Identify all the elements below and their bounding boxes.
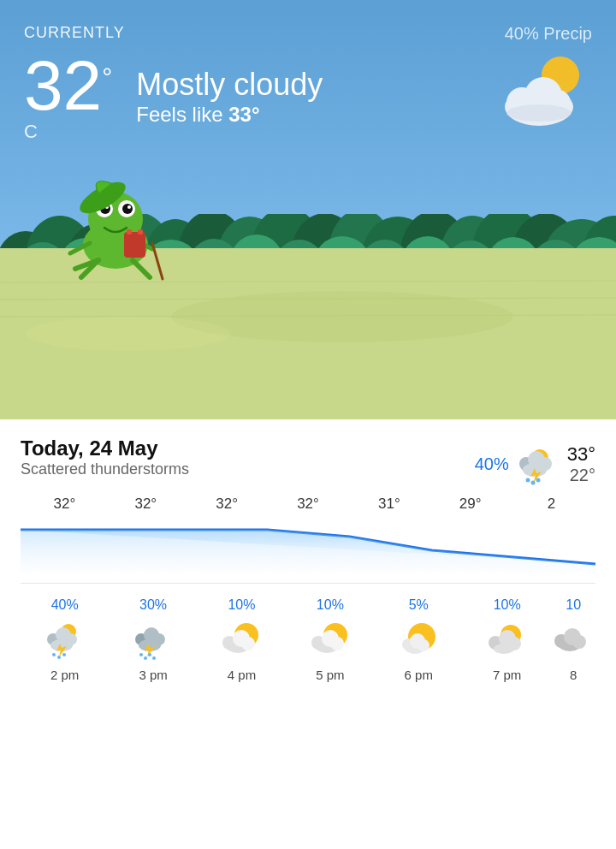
icon-6pm xyxy=(396,618,441,662)
currently-label: CURRENTLY xyxy=(24,24,125,42)
icon-5pm xyxy=(308,618,352,662)
hour-col-6pm: 5% 6 pm xyxy=(375,597,463,682)
temperature-value: 32° xyxy=(24,46,112,124)
precip-label: 40% Precip xyxy=(505,24,592,44)
svg-point-98 xyxy=(330,637,344,650)
precip-3pm: 30% xyxy=(139,597,167,613)
today-high: 33° xyxy=(567,443,595,466)
hour-col-7pm: 10% 7 pm xyxy=(463,597,551,682)
svg-rect-60 xyxy=(138,229,143,235)
hour-temp-1: 32° xyxy=(105,496,187,518)
svg-point-87 xyxy=(148,653,151,656)
precip-4pm: 10% xyxy=(228,597,255,613)
svg-point-69 xyxy=(530,480,535,484)
hourly-forecast-row: 40% 2 pm 30% xyxy=(21,583,595,682)
feels-like-text: Feels like 33° xyxy=(136,103,323,127)
svg-point-56 xyxy=(127,205,131,209)
today-precip: 40% xyxy=(475,454,509,474)
today-right: 40% 33° 22° xyxy=(475,442,595,487)
hour-col-5pm: 10% 5 pm xyxy=(286,597,374,682)
precip-2pm: 40% xyxy=(51,597,79,613)
svg-rect-58 xyxy=(124,232,145,258)
time-2pm: 2 pm xyxy=(50,668,79,682)
hourly-temperatures: 32° 32° 32° 32° 31° 29° 2 xyxy=(21,496,595,518)
hour-col-8pm: 10 8 xyxy=(551,597,595,682)
svg-point-43 xyxy=(26,317,231,351)
temperature-display: 32° C xyxy=(24,50,112,143)
svg-point-78 xyxy=(57,656,61,659)
hour-col-3pm: 30% 3 pm xyxy=(109,597,197,682)
svg-point-54 xyxy=(122,204,133,214)
icon-7pm xyxy=(485,618,530,662)
svg-point-109 xyxy=(494,644,514,654)
svg-line-61 xyxy=(152,243,163,279)
hour-col-2pm: 40% 2 pm xyxy=(21,597,109,682)
time-8pm: 8 xyxy=(570,668,577,682)
time-7pm: 7 pm xyxy=(493,668,521,682)
icon-2pm xyxy=(43,618,87,662)
precip-8pm: 10 xyxy=(566,597,581,613)
weather-description: Mostly cloudy Feels like 33° xyxy=(136,67,323,127)
current-weather-panel: CURRENTLY 40% Precip 32° xyxy=(0,0,616,419)
temperature-scale: C xyxy=(24,121,38,142)
precip-6pm: 5% xyxy=(409,597,429,613)
svg-point-77 xyxy=(52,653,56,656)
svg-point-86 xyxy=(144,656,147,660)
frog-svg xyxy=(51,151,180,288)
svg-point-113 xyxy=(572,635,586,649)
precip-7pm: 10% xyxy=(494,597,521,613)
weather-app: CURRENTLY 40% Precip 32° xyxy=(0,0,616,682)
icon-8pm xyxy=(551,618,595,662)
hour-temp-4: 31° xyxy=(348,496,429,518)
today-low: 22° xyxy=(567,466,595,485)
temperature-graph xyxy=(21,521,595,573)
precip-5pm: 10% xyxy=(317,597,344,613)
hour-temp-0: 32° xyxy=(24,496,105,518)
hour-temp-6: 2 xyxy=(511,496,592,518)
svg-point-93 xyxy=(241,637,255,650)
hour-temp-3: 32° xyxy=(268,496,349,518)
svg-point-70 xyxy=(536,478,540,482)
weather-header: CURRENTLY 40% Precip xyxy=(0,0,616,44)
hour-temp-2: 32° xyxy=(187,496,268,518)
today-temperatures: 33° 22° xyxy=(567,443,595,485)
svg-rect-59 xyxy=(127,229,132,235)
time-6pm: 6 pm xyxy=(405,668,433,682)
hour-temp-5: 29° xyxy=(429,496,511,518)
today-date-section: Today, 24 May Scattered thunderstorms xyxy=(21,436,189,492)
svg-point-88 xyxy=(152,656,156,660)
svg-point-68 xyxy=(525,478,530,482)
today-header: Today, 24 May Scattered thunderstorms 40… xyxy=(21,436,595,492)
icon-3pm xyxy=(131,618,175,662)
time-4pm: 4 pm xyxy=(228,668,256,682)
svg-point-85 xyxy=(139,653,143,656)
svg-line-47 xyxy=(133,260,150,277)
icon-4pm xyxy=(219,618,264,662)
hour-col-4pm: 10% 4 pm xyxy=(198,597,286,682)
weather-illustration xyxy=(0,154,616,419)
time-5pm: 5 pm xyxy=(316,668,344,682)
frog-mascot xyxy=(51,151,180,291)
today-date: Today, 24 May xyxy=(21,436,189,460)
condition-text: Mostly cloudy xyxy=(136,67,323,103)
feels-like-value: 33° xyxy=(228,103,259,126)
svg-point-103 xyxy=(418,639,429,651)
today-icon-svg xyxy=(516,442,560,487)
svg-point-79 xyxy=(62,653,66,656)
time-3pm: 3 pm xyxy=(139,668,167,682)
temperature-row: 32° C Mostly cloudy Feels like 33° xyxy=(0,44,616,143)
forecast-panel: Today, 24 May Scattered thunderstorms 40… xyxy=(0,419,616,682)
today-condition: Scattered thunderstorms xyxy=(21,460,189,478)
